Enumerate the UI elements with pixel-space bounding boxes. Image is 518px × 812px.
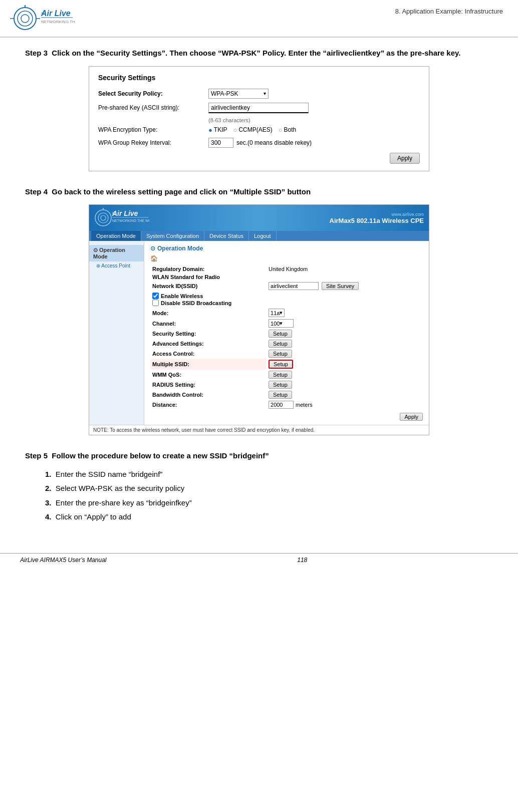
radius-setup-button[interactable]: Setup <box>269 381 292 389</box>
router-main: ⊙ Operation Mode 🏠 Regulatory Domain: Un… <box>144 241 429 425</box>
home-icon: 🏠 <box>150 255 423 262</box>
list-item: 2. Select WPA-PSK as the security policy <box>45 483 493 494</box>
svg-point-10 <box>95 210 111 226</box>
radio-both[interactable]: ○ Both <box>279 126 297 134</box>
channel-row: Channel: 100 ▾ <box>150 318 423 329</box>
distance-unit: meters <box>296 402 313 408</box>
enable-wireless-checkbox-row: Enable Wireless <box>152 293 421 299</box>
channel-select[interactable]: 100 ▾ <box>269 319 294 328</box>
step5-description: Follow the procedure below to create a n… <box>52 451 269 460</box>
chevron-down-icon: ▾ <box>280 310 283 316</box>
advanced-settings-label: Advanced Settings: <box>150 339 267 349</box>
footer-page-number: 118 <box>297 557 307 564</box>
sidebar-access-point[interactable]: ⊛ Access Point <box>89 261 144 270</box>
wpa-encryption-label: WPA Encryption Type: <box>98 126 208 133</box>
step4-description: Go back to the wireless setting page and… <box>52 187 311 196</box>
mode-select[interactable]: 11a ▾ <box>269 309 285 317</box>
step5-label: Step 5 <box>25 451 48 460</box>
svg-point-12 <box>101 215 106 220</box>
svg-point-2 <box>21 15 29 23</box>
step3-heading: Step 3 Click on the “Security Settings”.… <box>25 48 493 59</box>
rekey-input[interactable]: 300 <box>208 138 233 148</box>
select-security-label: Select Security Policy: <box>98 90 208 97</box>
router-config-table: Regulatory Domain: United Kingdom WLAN S… <box>150 265 423 410</box>
distance-label: Distance: <box>150 400 267 410</box>
nav-device-status[interactable]: Device Status <box>204 231 249 241</box>
access-control-row: Access Control: Setup <box>150 349 423 359</box>
nav-system-config[interactable]: System Configuration <box>141 231 204 241</box>
disable-ssid-checkbox-row: Disable SSID Broadcasting <box>152 300 421 306</box>
page-header: Air Live ® NETWORKING THE WORLD 8. Appli… <box>0 0 518 38</box>
security-policy-select[interactable]: WPA-PSK ▾ <box>208 89 269 99</box>
svg-text:®: ® <box>112 212 115 215</box>
mode-row: Mode: 11a ▾ <box>150 308 423 318</box>
site-survey-button[interactable]: Site Survey <box>322 282 359 290</box>
router-apply-button[interactable]: Apply <box>400 413 423 421</box>
security-settings-box: Security Settings Select Security Policy… <box>89 66 429 171</box>
bandwidth-setup-button[interactable]: Setup <box>269 391 292 399</box>
router-logo: Air Live ® NETWORKING THE WORLD <box>94 208 149 228</box>
bandwidth-control-label: Bandwidth Control: <box>150 390 267 400</box>
access-control-setup-button[interactable]: Setup <box>269 350 292 358</box>
network-id-label: Network ID(SSID) <box>150 281 267 291</box>
regulatory-value: United Kingdom <box>267 265 423 273</box>
radius-setting-label: RADIUS Setting: <box>150 380 267 390</box>
airlive-logo: Air Live ® NETWORKING THE WORLD <box>10 5 75 33</box>
bandwidth-control-row: Bandwidth Control: Setup <box>150 390 423 400</box>
enable-wireless-checkbox[interactable] <box>152 293 159 299</box>
radius-setting-row: RADIUS Setting: Setup <box>150 380 423 390</box>
wmm-setup-button[interactable]: Setup <box>269 371 292 379</box>
rekey-label: WPA Group Rekey Interval: <box>98 139 208 146</box>
channel-label: Channel: <box>150 318 267 329</box>
chapter-title: 8. Application Example: Infrastructure <box>395 5 503 15</box>
wlan-label: WLAN Standard for Radio <box>150 273 423 281</box>
radio-ccmp[interactable]: ○ CCMP(AES) <box>233 126 273 134</box>
distance-row: Distance: 2000 meters <box>150 400 423 410</box>
wmm-qos-label: WMM QoS: <box>150 370 267 380</box>
regulatory-row: Regulatory Domain: United Kingdom <box>150 265 423 273</box>
apply-button[interactable]: Apply <box>390 153 420 164</box>
step4-heading: Step 4 Go back to the wireless setting p… <box>25 186 493 198</box>
security-setup-button[interactable]: Setup <box>269 330 292 338</box>
disable-ssid-checkbox[interactable] <box>152 300 159 306</box>
security-setting-row: Security Setting: Setup <box>150 329 423 339</box>
psk-label: Pre-shared Key (ASCII string): <box>98 104 208 111</box>
wmm-qos-row: WMM QoS: Setup <box>150 370 423 380</box>
chevron-down-icon: ▾ <box>280 320 283 327</box>
advanced-settings-row: Advanced Settings: Setup <box>150 339 423 349</box>
radio-tkip[interactable]: ● TKIP <box>208 126 227 134</box>
security-setting-label: Security Setting: <box>150 329 267 339</box>
list-item: 4. Click on “Apply” to add <box>45 511 493 523</box>
psk-input[interactable]: airliveclientkey <box>208 103 309 113</box>
svg-text:Air Live: Air Live <box>112 209 138 217</box>
multiple-ssid-setup-button[interactable]: Setup <box>269 360 293 369</box>
rekey-unit: sec.(0 means disable rekey) <box>236 139 312 146</box>
advanced-setup-button[interactable]: Setup <box>269 340 292 348</box>
wpa-encryption-row: WPA Encryption Type: ● TKIP ○ CCMP(AES) … <box>98 126 420 134</box>
sidebar-operation-mode[interactable]: ⊙ Operation Mode <box>89 245 144 261</box>
psk-row: Pre-shared Key (ASCII string): airlivecl… <box>98 103 420 113</box>
router-section-title: ⊙ Operation Mode <box>150 245 423 252</box>
footer-left: AirLive AIRMAX5 User’s Manual <box>20 557 107 564</box>
router-logo-svg: Air Live ® NETWORKING THE WORLD <box>94 208 149 228</box>
page-footer: AirLive AIRMAX5 User’s Manual 118 <box>0 553 518 567</box>
nav-logout[interactable]: Logout <box>249 231 277 241</box>
multiple-ssid-row: Multiple SSID: Setup <box>150 359 423 370</box>
apply-row: Apply <box>98 153 420 164</box>
list-item: 3. Enter the pre-share key as “bridgeinf… <box>45 497 493 509</box>
distance-input[interactable]: 2000 <box>269 401 294 409</box>
select-security-row: Select Security Policy: WPA-PSK ▾ <box>98 89 420 99</box>
router-header: Air Live ® NETWORKING THE WORLD www.airl… <box>89 205 429 231</box>
network-id-input[interactable]: airliveclient <box>269 282 319 290</box>
nav-operation-mode[interactable]: Operation Mode <box>91 231 141 241</box>
enable-wireless-row: Enable Wireless Disable SSID Broadcastin… <box>150 291 423 308</box>
access-control-label: Access Control: <box>150 349 267 359</box>
step4-label: Step 4 <box>25 187 48 196</box>
router-ui-box: Air Live ® NETWORKING THE WORLD www.airl… <box>89 204 429 435</box>
svg-text:NETWORKING THE WORLD: NETWORKING THE WORLD <box>112 219 149 222</box>
page-content: Step 3 Click on the “Security Settings”.… <box>0 38 518 538</box>
svg-text:NETWORKING THE WORLD: NETWORKING THE WORLD <box>41 20 75 24</box>
list-item: 1. Enter the SSID name “bridgeinf” <box>45 469 493 480</box>
psk-sub: (8-63 characters) <box>208 117 420 123</box>
mode-label: Mode: <box>150 308 267 318</box>
